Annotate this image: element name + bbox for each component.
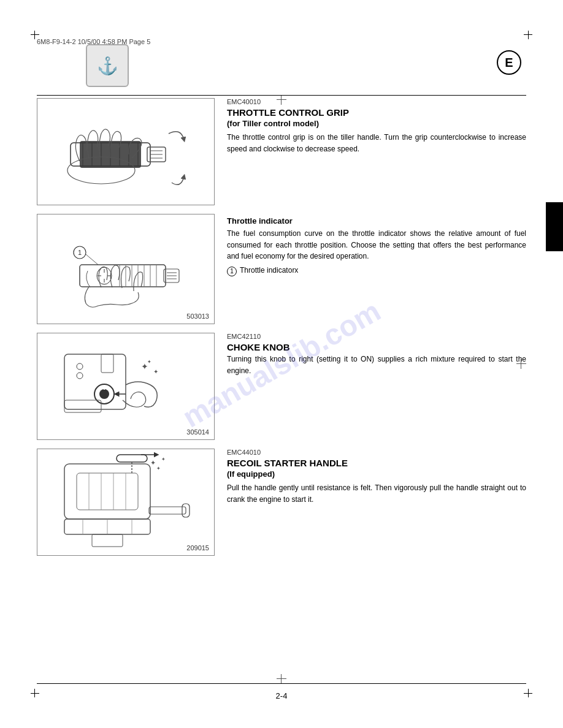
- choke-knob-text: EMC42110 CHOKE KNOB Turning this knob to…: [227, 333, 526, 440]
- recoil-starter-illustration: ✦ ✦ ✦: [46, 452, 205, 553]
- svg-text:✦: ✦: [161, 457, 166, 462]
- img-number-3: 305014: [186, 428, 209, 436]
- image-throttle-indicator: 1: [37, 214, 215, 324]
- choke-knob-illustration: ✦ ✦ ✦: [46, 336, 205, 437]
- svg-text:✦: ✦: [156, 466, 161, 471]
- throttle-indicator-body: The fuel consumption curve on the thrott…: [227, 228, 526, 262]
- throttle-grip-illustration: [46, 103, 205, 201]
- throttle-control-subtitle: (for Tiller control model): [227, 119, 526, 128]
- content-area: EMC40010 THROTTLE CONTROL GRIP (for Till…: [37, 98, 526, 679]
- throttle-callout: 1 Throttle indicatorx: [227, 266, 526, 276]
- svg-text:1: 1: [78, 249, 82, 256]
- divider-top: [37, 95, 526, 96]
- corner-mark-bl: [31, 685, 43, 697]
- img-number-2: 503013: [186, 313, 209, 320]
- throttle-indicator-illustration: 1: [46, 219, 205, 320]
- img-number-4: 209015: [186, 544, 209, 552]
- black-tab: [546, 202, 563, 251]
- svg-point-41: [99, 389, 109, 399]
- image-recoil-starter: ✦ ✦ ✦ 209015: [37, 449, 215, 556]
- corner-mark-br: [520, 685, 532, 697]
- e-badge-label: E: [505, 56, 513, 70]
- callout-text-1: Throttle indicatorx: [240, 266, 298, 275]
- divider-bottom: [37, 683, 526, 684]
- logo-box: ⚓: [86, 44, 129, 87]
- page-container: 6M8-F9-14-2 10/5/00 4:58 PM Page 5 ⚓ E m…: [0, 0, 563, 728]
- throttle-control-title: THROTTLE CONTROL GRIP: [227, 107, 526, 118]
- emc-code-1: EMC40010: [227, 98, 526, 105]
- page-number: 2-4: [276, 691, 288, 700]
- recoil-starter-title: RECOIL STARTER HANDLE: [227, 458, 526, 468]
- section-throttle-control: EMC40010 THROTTLE CONTROL GRIP (for Till…: [37, 98, 526, 205]
- choke-knob-title: CHOKE KNOB: [227, 342, 526, 352]
- choke-knob-body: Turning this knob to right (setting it t…: [227, 354, 526, 376]
- recoil-starter-text: EMC44010 RECOIL STARTER HANDLE (If equip…: [227, 449, 526, 556]
- throttle-control-text: EMC40010 THROTTLE CONTROL GRIP (for Till…: [227, 98, 526, 205]
- e-badge: E: [497, 50, 521, 75]
- svg-text:✦: ✦: [153, 368, 158, 375]
- image-choke-knob: ✦ ✦ ✦ 305014: [37, 333, 215, 440]
- section-choke-knob: ✦ ✦ ✦ 305014 EMC42110 CHOKE KNOB Turning…: [37, 333, 526, 440]
- throttle-indicator-heading: Throttle indicator: [227, 216, 526, 226]
- emc-code-4: EMC44010: [227, 449, 526, 456]
- svg-text:✦: ✦: [150, 459, 156, 466]
- throttle-indicator-text: Throttle indicator The fuel consumption …: [227, 214, 526, 324]
- image-throttle-control: [37, 98, 215, 205]
- svg-text:✦: ✦: [147, 359, 151, 365]
- callout-circle-1: 1: [227, 267, 237, 276]
- recoil-starter-subtitle: (If equipped): [227, 469, 526, 479]
- brand-icon: ⚓: [97, 56, 118, 76]
- section-throttle-indicator: 1: [37, 214, 526, 324]
- recoil-starter-body: Pull the handle gently until resistance …: [227, 482, 526, 505]
- section-recoil-starter: ✦ ✦ ✦ 209015 EMC4401: [37, 449, 526, 556]
- emc-code-3: EMC42110: [227, 333, 526, 340]
- throttle-control-body: The throttle control grip is on the till…: [227, 132, 526, 154]
